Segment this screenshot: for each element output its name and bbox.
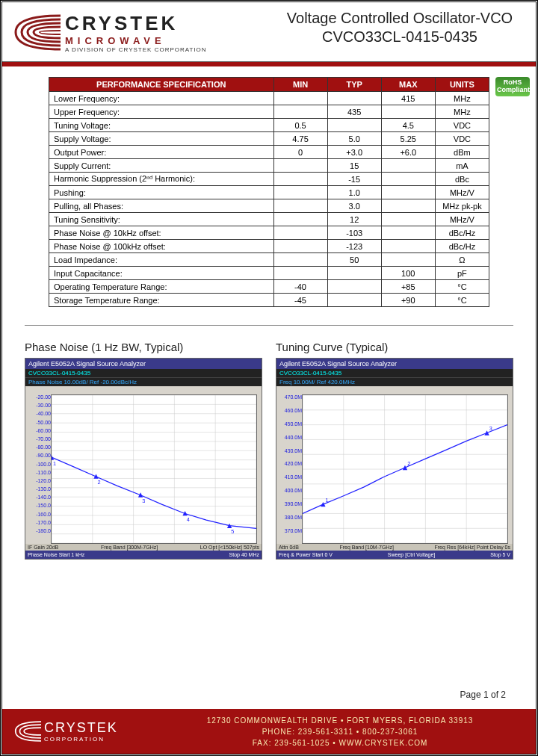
- svg-text:3: 3: [489, 425, 492, 432]
- y-axis-labels: 470.0M460.0M450.0M440.0M430.0M420.0M410.…: [278, 394, 302, 533]
- analyzer-label: Agilent E5052A Signal Source Analyzer: [25, 359, 262, 369]
- page-number: Page 1 of 2: [430, 690, 536, 700]
- footer-address: 12730 COMMONWEALTH DRIVE • FORT MYERS, F…: [144, 715, 536, 749]
- content-area: RoHS Compliant PERFORMANCE SPECIFICATION…: [2, 66, 536, 307]
- datasheet-page: CRYSTEK MICROWAVE A DIVISION OF CRYSTEK …: [0, 0, 538, 756]
- company-logo: CRYSTEK MICROWAVE A DIVISION OF CRYSTEK …: [2, 2, 264, 62]
- svg-text:5: 5: [231, 528, 234, 535]
- table-row: Upper Frequency:435MHz: [49, 105, 489, 119]
- crystek-swirl-icon: [8, 12, 61, 53]
- table-row: Supply Current:15mA: [49, 159, 489, 173]
- tuning-curve-title: Tuning Curve (Typical): [276, 341, 513, 353]
- svg-text:2: 2: [98, 479, 101, 486]
- table-row: Phase Noise @ 10kHz offset:-103dBc/Hz: [49, 226, 489, 240]
- spec-table: PERFORMANCE SPECIFICATION MIN TYP MAX UN…: [49, 77, 489, 307]
- svg-text:1: 1: [326, 497, 329, 504]
- col-header-param: PERFORMANCE SPECIFICATION: [49, 78, 274, 92]
- charts-row: Phase Noise (1 Hz BW, Typical) Agilent E…: [2, 326, 536, 560]
- chart-bottom-bar: IF Gain 20dBFreq Band [300M-7GHz]LO Opt …: [25, 544, 262, 559]
- table-row: Lower Frequency:415MHz: [49, 92, 489, 105]
- tuning-curve-plot: 123: [302, 394, 508, 544]
- footer-logo: CRYSTEK CORPORATION: [2, 718, 144, 745]
- crystek-swirl-icon: [11, 718, 41, 745]
- table-row: Operating Temperature Range:-40+85°C: [49, 280, 489, 294]
- col-header-min: MIN: [273, 78, 327, 92]
- table-row: Input Capacitance:100pF: [49, 267, 489, 280]
- col-header-max: MAX: [381, 78, 435, 92]
- table-row: Tuning Voltage:0.54.5VDC: [49, 119, 489, 132]
- col-header-typ: TYP: [327, 78, 381, 92]
- analyzer-label: Agilent E5052A Signal Source Analyzer: [276, 359, 513, 369]
- logo-division-text: A DIVISION OF CRYSTEK CORPORATION: [65, 46, 207, 53]
- table-row: Phase Noise @ 100kHz offset:-123dBc/Hz: [49, 240, 489, 253]
- device-label: CVCO33CL-0415-0435: [276, 369, 513, 378]
- phase-noise-section: Phase Noise (1 Hz BW, Typical) Agilent E…: [25, 341, 262, 560]
- header: CRYSTEK MICROWAVE A DIVISION OF CRYSTEK …: [2, 2, 536, 62]
- table-row: Tuning Sensitivity:12MHz/V: [49, 213, 489, 226]
- tuning-curve-section: Tuning Curve (Typical) Agilent E5052A Si…: [276, 341, 513, 560]
- page-title-area: Voltage Controlled Oscillator-VCO CVCO33…: [264, 2, 536, 61]
- device-label: CVCO33CL-0415-0435: [25, 369, 262, 378]
- trace-label: Phase Noise 10.00dB/ Ref -20.00dBc/Hz: [25, 378, 262, 386]
- table-row: Harmonic Suppression (2ⁿᵈ Harmonic):-15d…: [49, 173, 489, 186]
- product-type: Voltage Controlled Oscillator-VCO: [264, 10, 536, 27]
- chart-bottom-bar: Attn 0dBFreq Band [10M-7GHz]Freq Res [64…: [276, 544, 513, 559]
- table-row: Supply Voltage:4.755.05.25VDC: [49, 132, 489, 146]
- svg-text:2: 2: [407, 460, 410, 467]
- svg-text:3: 3: [142, 498, 145, 504]
- table-row: Pulling, all Phases:3.0MHz pk-pk: [49, 199, 489, 213]
- phase-noise-title: Phase Noise (1 Hz BW, Typical): [25, 341, 262, 353]
- svg-text:1: 1: [53, 460, 56, 467]
- table-row: Output Power:0+3.0+6.0dBm: [49, 146, 489, 159]
- table-row: Pushing:1.0MHz/V: [49, 186, 489, 199]
- rohs-badge: RoHS Compliant: [495, 77, 530, 102]
- logo-main-text: CRYSTEK: [65, 12, 207, 35]
- col-header-units: UNITS: [435, 78, 489, 92]
- logo-sub-text: MICROWAVE: [65, 35, 207, 46]
- phase-noise-plot: 12345: [51, 394, 257, 544]
- footer: CRYSTEK CORPORATION 12730 COMMONWEALTH D…: [2, 709, 536, 754]
- tuning-curve-chart: Agilent E5052A Signal Source Analyzer CV…: [276, 358, 513, 560]
- phase-noise-chart: Agilent E5052A Signal Source Analyzer CV…: [25, 358, 262, 560]
- table-row: Load Impedance:50Ω: [49, 253, 489, 267]
- y-axis-labels: -20.00-30.00-40.00-50.00-60.00-70.00-80.…: [27, 394, 51, 533]
- svg-text:4: 4: [187, 516, 190, 523]
- trace-label: Freq 10.00M/ Ref 420.0MHz: [276, 378, 513, 386]
- part-number: CVCO33CL-0415-0435: [264, 28, 536, 46]
- table-row: Storage Temperature Range:-45+90°C: [49, 294, 489, 307]
